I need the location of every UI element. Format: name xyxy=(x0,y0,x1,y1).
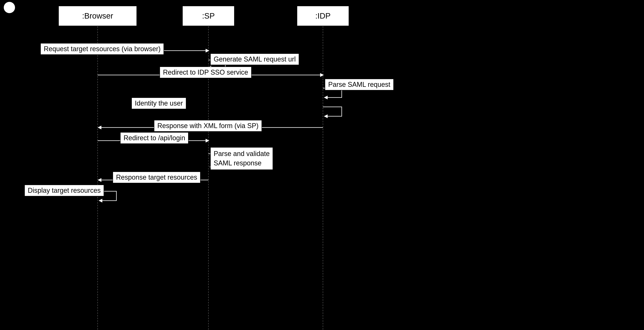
arrow-msg7-head xyxy=(206,139,209,143)
label-msg4-text: Parse SAML request xyxy=(328,81,390,88)
label-msg3: Redirect to IDP SSO service xyxy=(160,67,252,78)
label-msg5: Identity the user xyxy=(132,98,186,109)
actor-idp: :IDP xyxy=(297,6,349,26)
arrow-msg1-head xyxy=(206,49,209,52)
arrow-msg5-head xyxy=(324,114,328,118)
label-msg7-text: Redirect to /api/login xyxy=(124,134,185,142)
label-msg9-text: Response target resources xyxy=(116,173,197,181)
label-msg5-text: Identity the user xyxy=(135,99,183,107)
actor-browser: :Browser xyxy=(58,6,137,26)
actor-sp-label: :SP xyxy=(202,11,215,20)
start-circle xyxy=(4,2,15,13)
arrow-msg4-head xyxy=(324,96,328,99)
label-msg6: Response with XML form (via SP) xyxy=(154,120,262,132)
label-msg9: Response target resources xyxy=(113,171,200,183)
actor-sp: :SP xyxy=(182,6,235,26)
arrow-msg5 xyxy=(323,107,342,116)
arrow-msg3-head xyxy=(320,73,324,77)
label-msg10-text: Display target resources xyxy=(28,186,101,194)
label-msg1-text: Request target resources (via browser) xyxy=(44,45,160,53)
label-msg2: Generate SAML request url xyxy=(210,53,299,65)
label-msg3-text: Redirect to IDP SSO service xyxy=(163,68,248,76)
label-msg8-text: Parse and validateSAML response xyxy=(214,150,270,167)
label-msg6-text: Response with XML form (via SP) xyxy=(157,122,258,130)
label-msg1: Request target resources (via browser) xyxy=(40,43,164,55)
actor-browser-label: :Browser xyxy=(82,11,113,20)
label-msg8: Parse and validateSAML response xyxy=(210,147,273,170)
label-msg4: Parse SAML request xyxy=(325,79,394,90)
arrow-msg6-head xyxy=(98,126,102,129)
arrow-msg9-head xyxy=(98,178,102,182)
label-msg10: Display target resources xyxy=(24,185,104,196)
label-msg2-text: Generate SAML request url xyxy=(214,55,296,63)
label-msg7: Redirect to /api/login xyxy=(120,132,188,144)
actor-idp-label: :IDP xyxy=(315,11,331,20)
arrow-msg10-head xyxy=(98,199,102,202)
